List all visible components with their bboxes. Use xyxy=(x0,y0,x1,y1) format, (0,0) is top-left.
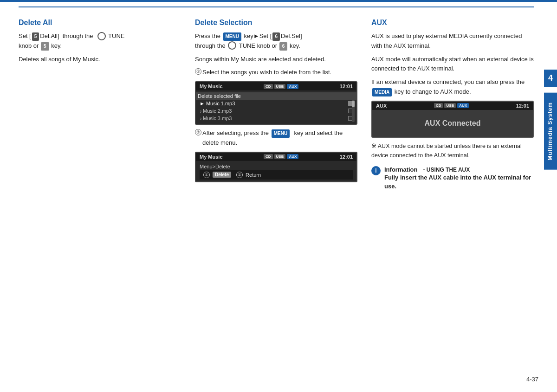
delete-all-section: Delete All Set [5Del.All] through the TU… xyxy=(19,19,181,191)
screen-1-row3: ♪Music 3.mp3 xyxy=(200,115,353,122)
badge-cd-2: CD xyxy=(264,154,273,159)
blue-hr xyxy=(19,6,534,7)
return-label: Return xyxy=(246,172,261,178)
info-body: Fully insert the AUX cable into the AUX … xyxy=(384,173,534,191)
screen-2: My Music CD USB AUX 12:01 Menu>Delete ① … xyxy=(195,152,357,182)
chapter-number: 4 xyxy=(544,70,557,87)
badge-aux-1: AUX xyxy=(287,84,298,89)
aux-screen-badges: CD USB AUX xyxy=(434,103,469,108)
aux-title: AUX xyxy=(371,19,534,27)
aux-badge-cd: CD xyxy=(434,103,443,108)
info-box: i Information - USING THE AUX Fully inse… xyxy=(371,166,534,191)
delete-selection-section: Delete Selection Press the MENU key►Set … xyxy=(195,19,357,191)
del-all-code-badge: 5 xyxy=(32,32,39,41)
screen-2-title: My Music xyxy=(200,154,223,160)
delete-selection-body: Press the MENU key►Set [6Del.Sel] throug… xyxy=(195,32,357,51)
menu-badge-2: MENU xyxy=(272,129,290,138)
screen-2-badges: CD USB AUX xyxy=(264,154,298,159)
aux-screen-time: 12:01 xyxy=(516,103,529,109)
circle-2: ② xyxy=(236,172,243,178)
delete-selection-songs: Songs within My Music are selected and d… xyxy=(195,55,357,64)
main-content: Delete All Set [5Del.All] through the TU… xyxy=(19,9,534,373)
asterisk-note: ※ AUX mode cannot be started unless ther… xyxy=(371,141,534,160)
screen-2-row1: Menu>Delete xyxy=(200,163,353,170)
step-2: ② After selecting, press the MENU key an… xyxy=(195,129,357,148)
screen-1-row2: ♪Music 2.mp3 xyxy=(200,107,353,115)
key6-badge: 6 xyxy=(279,42,288,51)
media-badge: MEDIA xyxy=(372,88,392,96)
aux-para2: AUX mode will automatically start when a… xyxy=(371,55,534,74)
step-2-list: ② After selecting, press the MENU key an… xyxy=(195,129,357,148)
screen-2-menu-row: ① Delete ② Return xyxy=(200,170,353,180)
delete-all-title: Delete All xyxy=(19,19,181,27)
aux-screen: AUX CD USB AUX 12:01 AUX Connected xyxy=(371,101,534,138)
page-number: 4-37 xyxy=(526,376,538,383)
step-1: ① Select the songs you wish to delete fr… xyxy=(195,68,357,77)
screen-1-row1: ► Music 1.mp3 xyxy=(200,100,353,107)
screen-1-body: Delete selected file ► Music 1.mp3 ♪Musi… xyxy=(196,90,356,124)
sidebar-label: Multimedia System xyxy=(544,93,557,170)
delete-selection-title: Delete Selection xyxy=(195,19,357,27)
delete-all-body1: Set [5Del.All] through the TUNEknob or 5… xyxy=(19,32,181,51)
aux-para1: AUX is used to play external MEDIA curre… xyxy=(371,32,534,51)
badge-cd-1: CD xyxy=(264,84,273,89)
screen-1-header: My Music CD USB AUX 12:01 xyxy=(196,82,356,90)
badge-usb-2: USB xyxy=(274,154,286,159)
columns: Delete All Set [5Del.All] through the TU… xyxy=(19,19,534,191)
badge-aux-2: AUX xyxy=(287,154,298,159)
menu-badge-1: MENU xyxy=(223,32,241,41)
info-icon: i xyxy=(371,166,381,175)
badge-usb-1: USB xyxy=(274,84,286,89)
delete-label: Delete xyxy=(213,172,231,178)
aux-badge-aux: AUX xyxy=(457,103,469,108)
info-title: Information xyxy=(384,166,418,173)
top-line xyxy=(0,0,557,2)
screen-2-time: 12:01 xyxy=(340,154,353,160)
delete-all-body2: Deletes all songs of My Music. xyxy=(19,55,181,64)
circle-1: ① xyxy=(203,172,210,178)
tune-knob-2 xyxy=(228,41,236,50)
screen-1-time: 12:01 xyxy=(340,84,353,89)
screen-1: My Music CD USB AUX 12:01 Delete selecte… xyxy=(195,81,357,125)
tune-knob xyxy=(97,32,106,40)
screen-1-badges: CD USB AUX xyxy=(264,84,298,89)
aux-badge-usb: USB xyxy=(444,103,456,108)
aux-section: AUX AUX is used to play external MEDIA c… xyxy=(371,19,534,191)
aux-connected-text: AUX Connected xyxy=(372,110,533,137)
info-content: Information - USING THE AUX Fully insert… xyxy=(384,166,534,191)
step-1-text: Select the songs you wish to delete from… xyxy=(202,69,331,76)
aux-para3: If an external device is connected, you … xyxy=(371,77,534,97)
steps-list: ① Select the songs you wish to delete fr… xyxy=(195,68,357,77)
info-sub: - USING THE AUX xyxy=(423,167,470,173)
step-2-num: ② xyxy=(195,129,201,135)
aux-screen-header: AUX CD USB AUX 12:01 xyxy=(372,102,533,110)
aux-screen-title: AUX xyxy=(376,103,387,109)
screen-1-title: My Music xyxy=(200,84,223,89)
screen-2-body: Menu>Delete ① Delete ② Return xyxy=(196,161,356,181)
del-sel-code-badge: 6 xyxy=(272,32,280,41)
key5-badge: 5 xyxy=(41,42,49,51)
step-1-num: ① xyxy=(195,68,201,75)
screen-2-header: My Music CD USB AUX 12:01 xyxy=(196,153,356,161)
screen-1-header-row: Delete selected file xyxy=(196,92,356,100)
